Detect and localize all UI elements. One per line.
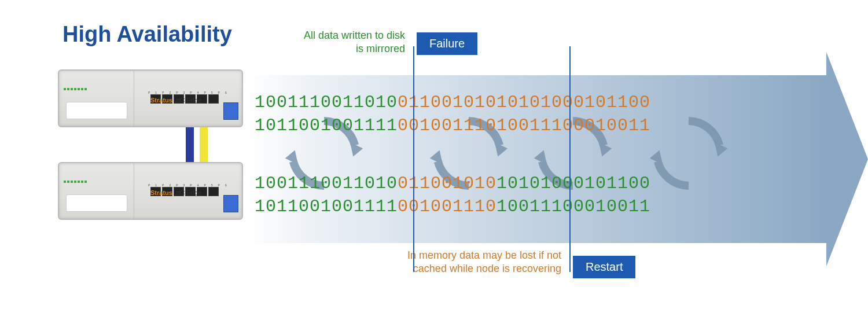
device-bottom: P1P2P3P4P5P6 Stratus ztC Edge (58, 162, 243, 220)
restart-marker-line (569, 46, 571, 272)
device-right-panel: P1P2P3P4P5P6 Stratus ztC Edge (134, 89, 242, 108)
port-icon (208, 94, 219, 104)
port-labels: P1P2P3P4P5P6 (148, 91, 232, 94)
binary-segment: 1001110011010 (255, 174, 398, 193)
sync-swirl-icon (648, 113, 729, 194)
binary-row-1: 100111001101001100101010101000101100 (255, 93, 650, 112)
port-icon (208, 187, 219, 196)
binary-row-4: 101100100111100100111010011100010011 (255, 197, 650, 216)
usb-block-icon (223, 102, 238, 120)
tag-failure: Failure (417, 32, 477, 55)
expansion-slot (66, 102, 127, 119)
timeline-arrow-head-icon (826, 52, 868, 266)
binary-segment: 011001010 (398, 174, 496, 193)
binary-segment: 001001110 (398, 197, 496, 216)
device-top: P1P2P3P4P5P6 Stratus ztC Edge (58, 69, 243, 127)
diagram-title: High Availability (62, 22, 232, 47)
binary-segment: 01100101010101000101100 (398, 93, 650, 112)
interconnect-cables (145, 127, 249, 162)
failure-marker-line (413, 46, 414, 272)
binary-segment: 1011001001111 (255, 116, 398, 135)
annotation-memory-loss: In memory data may be lost if not cached… (405, 249, 561, 276)
expansion-slot (66, 194, 127, 212)
cable-blue-icon (186, 127, 194, 162)
usb-block-icon (223, 195, 238, 212)
brand-model: ztC Edge (175, 97, 201, 104)
annotation-mirrored: All data written to disk is mirrored (301, 29, 405, 55)
device-pair: P1P2P3P4P5P6 Stratus ztC Edge P1P2P3P4P5 (58, 69, 249, 220)
device-left-panel (59, 163, 134, 219)
brand-name: Stratus (150, 189, 172, 196)
brand-model: ztC Edge (175, 189, 201, 196)
binary-segment: 1011001001111 (255, 197, 398, 216)
device-brand: Stratus ztC Edge (150, 189, 201, 196)
device-right-panel: P1P2P3P4P5P6 Stratus ztC Edge (134, 181, 242, 201)
binary-segment: 10101000101100 (496, 174, 650, 193)
brand-name: Stratus (150, 97, 172, 104)
device-brand: Stratus ztC Edge (150, 97, 201, 104)
port-labels: P1P2P3P4P5P6 (148, 183, 232, 187)
binary-segment: 1001110011010 (255, 93, 398, 112)
binary-row-3: 100111001101001100101010101000101100 (255, 174, 650, 193)
cable-yellow-icon (200, 127, 208, 162)
tag-restart: Restart (573, 256, 635, 278)
binary-segment: 00100111010011100010011 (398, 116, 650, 135)
binary-segment: 10011100010011 (496, 197, 650, 216)
device-left-panel (59, 71, 134, 126)
binary-row-2: 101100100111100100111010011100010011 (255, 116, 650, 135)
